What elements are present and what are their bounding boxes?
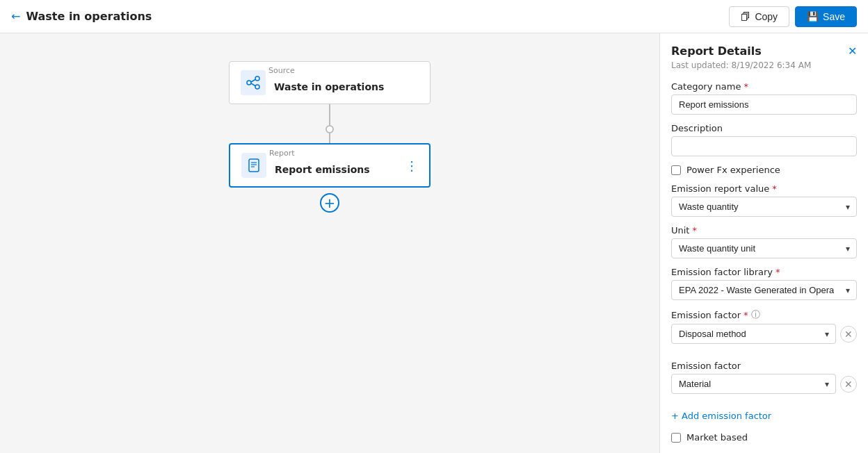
top-bar-left: ← Waste in operations xyxy=(11,10,152,23)
panel-subtitle: Last updated: 8/19/2022 6:34 AM xyxy=(671,60,857,70)
emission-factor-library-group: Emission factor library * EPA 2022 - Was… xyxy=(671,267,857,300)
back-arrow[interactable]: ← xyxy=(11,10,20,23)
emission-factor-1-clear-button[interactable]: ✕ xyxy=(840,326,857,343)
report-node-name: Report emissions xyxy=(275,156,370,175)
unit-field-group: Unit * Waste quantity unit ▾ xyxy=(671,225,857,258)
connector-1 xyxy=(326,104,334,143)
description-input[interactable] xyxy=(671,136,857,156)
connector-line-2 xyxy=(329,133,330,143)
svg-line-3 xyxy=(251,80,255,83)
emission-factor-2-label: Emission factor xyxy=(671,361,857,371)
report-node[interactable]: Report Report emissions ⋮ xyxy=(229,143,431,188)
emission-factor-1-select-wrapper: Disposal method ▾ xyxy=(671,324,836,344)
canvas: Source Waste in operations xyxy=(0,33,659,453)
market-based-checkbox[interactable] xyxy=(671,433,681,443)
connector-line-1 xyxy=(329,104,330,125)
emission-factor-info-icon: ⓘ xyxy=(751,308,760,321)
emission-factor-2-group: Emission factor Material ▾ ✕ xyxy=(671,361,857,402)
panel-header: Report Details ✕ xyxy=(671,44,857,58)
category-name-field-group: Category name * xyxy=(671,81,857,115)
save-button[interactable]: 💾 Save xyxy=(795,6,857,27)
main-content: Source Waste in operations xyxy=(0,33,868,453)
emission-factor-2-select-wrapper: Material ▾ xyxy=(671,374,836,394)
report-node-type-label: Report xyxy=(269,149,294,158)
report-node-icon xyxy=(241,153,266,178)
save-icon: 💾 xyxy=(807,11,819,22)
canvas-inner: Source Waste in operations xyxy=(229,61,431,213)
panel-title: Report Details xyxy=(671,44,762,58)
svg-point-2 xyxy=(255,85,259,89)
copy-label: Copy xyxy=(755,11,778,22)
top-bar: ← Waste in operations 🗍 Copy 💾 Save xyxy=(0,0,868,33)
emission-factor-label: Emission factor * ⓘ xyxy=(671,308,857,321)
svg-point-0 xyxy=(247,81,251,85)
emission-factor-1-group: Emission factor * ⓘ Disposal method ▾ ✕ xyxy=(671,308,857,352)
category-name-input[interactable] xyxy=(671,94,857,115)
source-node-icon xyxy=(241,70,266,95)
right-panel: Report Details ✕ Last updated: 8/19/2022… xyxy=(659,33,868,453)
emission-factor-library-label: Emission factor library * xyxy=(671,267,857,277)
add-emission-factor-link[interactable]: + Add emission factor xyxy=(671,411,857,421)
emission-factor-2-row: Material ▾ ✕ xyxy=(671,374,857,394)
description-field-group: Description xyxy=(671,123,857,156)
svg-line-4 xyxy=(251,83,255,86)
emission-report-value-label: Emission report value * xyxy=(671,183,857,194)
source-node-name: Waste in operations xyxy=(274,73,384,92)
emission-factor-2-select[interactable]: Material xyxy=(671,374,836,394)
power-fx-row: Power Fx experience xyxy=(671,165,857,175)
svg-rect-5 xyxy=(249,159,259,172)
connector-circle xyxy=(326,125,334,133)
close-panel-button[interactable]: ✕ xyxy=(848,44,857,58)
emission-factor-2-clear-button[interactable]: ✕ xyxy=(840,376,857,393)
emission-report-value-select-wrapper: Waste quantity ▾ xyxy=(671,197,857,217)
unit-label: Unit * xyxy=(671,225,857,236)
category-name-required: * xyxy=(744,81,748,92)
unit-select-wrapper: Waste quantity unit ▾ xyxy=(671,238,857,258)
emission-report-value-select[interactable]: Waste quantity xyxy=(671,197,857,217)
power-fx-label[interactable]: Power Fx experience xyxy=(686,165,780,175)
unit-select[interactable]: Waste quantity unit xyxy=(671,238,857,258)
node-menu-icon[interactable]: ⋮ xyxy=(405,158,418,173)
copy-icon: 🗍 xyxy=(741,11,750,22)
category-name-label: Category name * xyxy=(671,81,857,92)
emission-report-value-group: Emission report value * Waste quantity ▾ xyxy=(671,183,857,217)
emission-factor-library-select-wrapper: EPA 2022 - Waste Generated in Opera... ▾ xyxy=(671,280,857,300)
market-based-label[interactable]: Market based xyxy=(686,432,748,443)
save-label: Save xyxy=(823,11,845,22)
add-node-button[interactable]: + xyxy=(320,193,339,213)
svg-point-1 xyxy=(255,76,259,81)
emission-factor-1-select[interactable]: Disposal method xyxy=(671,324,836,344)
emission-factor-1-row: Disposal method ▾ ✕ xyxy=(671,324,857,344)
source-node-type-label: Source xyxy=(268,66,295,75)
market-based-row: Market based xyxy=(671,432,857,443)
description-label: Description xyxy=(671,123,857,133)
copy-button[interactable]: 🗍 Copy xyxy=(729,6,789,27)
emission-factor-library-select[interactable]: EPA 2022 - Waste Generated in Opera... xyxy=(671,280,857,300)
power-fx-checkbox[interactable] xyxy=(671,165,681,175)
top-bar-right: 🗍 Copy 💾 Save xyxy=(729,6,857,27)
page-title: Waste in operations xyxy=(26,10,152,23)
source-node[interactable]: Source Waste in operations xyxy=(229,61,431,104)
